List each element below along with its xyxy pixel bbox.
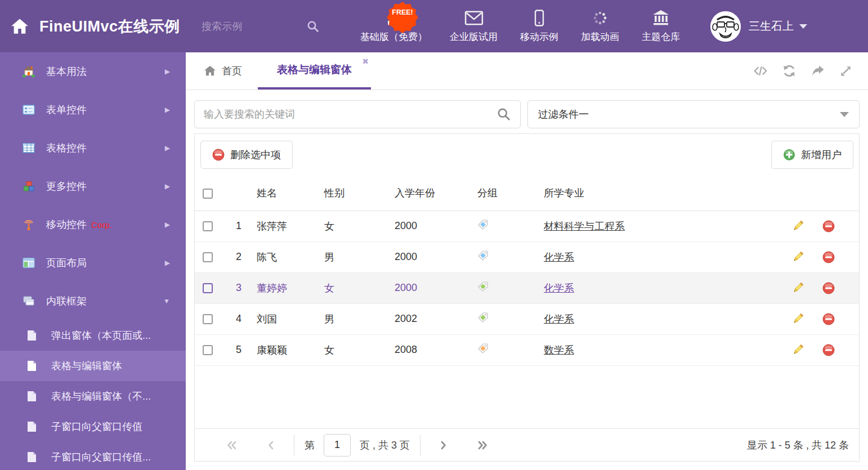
delete-row-icon[interactable] [822, 282, 835, 294]
sidebar-item-mobile-controls[interactable]: 移动控件 Corp. ▶ [0, 205, 186, 244]
table-row[interactable]: 2 陈飞 男 2000 化学系 [195, 241, 859, 272]
spinner-icon [592, 10, 609, 26]
major-link[interactable]: 数学系 [544, 344, 574, 356]
file-icon [27, 421, 37, 432]
envelope-icon [464, 10, 484, 26]
keyword-search-input[interactable] [204, 109, 496, 120]
chevron-right-icon: ▶ [165, 221, 170, 229]
sidebar-subitem-label: 子窗口向父窗口传值 [51, 420, 142, 433]
table-row[interactable]: 1 张萍萍 女 2000 材料科学与工程系 [195, 211, 859, 241]
delete-row-icon[interactable] [822, 220, 835, 232]
column-header-group[interactable]: 分组 [471, 176, 538, 211]
sidebar: 基本用法 ▶ 表单控件 ▶ 表格控件 ▶ 更多控件 ▶ [0, 52, 186, 470]
sidebar-subitem-grid-edit-window[interactable]: 表格与编辑窗体 [0, 351, 186, 381]
form-icon [23, 104, 35, 116]
major-link[interactable]: 化学系 [544, 314, 574, 325]
phone-icon [534, 10, 545, 26]
column-header-name[interactable]: 姓名 [251, 176, 319, 211]
house-icon [23, 65, 35, 78]
source-code-icon[interactable] [753, 65, 768, 77]
sidebar-subitem-child-to-parent-2[interactable]: 子窗口向父窗口传值... [0, 442, 186, 470]
edit-pencil-icon[interactable] [791, 220, 804, 232]
column-header-index [226, 176, 251, 211]
page-number-input[interactable] [324, 434, 351, 456]
row-index: 1 [226, 211, 251, 241]
sidebar-subitem-label: 子窗口向父窗口传值... [51, 450, 151, 464]
tab-bar: 首页 表格与编辑窗体 ✖ [186, 52, 868, 90]
sidebar-item-label: 表单控件 [46, 103, 87, 117]
column-header-gender[interactable]: 性别 [319, 176, 389, 211]
tab-grid-edit-window[interactable]: 表格与编辑窗体 ✖ [258, 52, 371, 89]
table-row-selected[interactable]: 3 董婷婷 女 2000 化学系 [195, 272, 859, 303]
edit-pencil-icon[interactable] [791, 250, 804, 263]
sidebar-item-grid-controls[interactable]: 表格控件 ▶ [0, 129, 186, 167]
chevron-right-icon: ▶ [165, 182, 170, 190]
search-icon[interactable] [496, 107, 511, 122]
sidebar-item-more-controls[interactable]: 更多控件 ▶ [0, 167, 186, 205]
delete-row-icon[interactable] [822, 251, 835, 263]
first-page-button[interactable] [212, 440, 252, 450]
edit-pencil-icon[interactable] [791, 281, 804, 294]
app-logo[interactable]: FineUIMvc在线示例 [0, 16, 186, 37]
cell-gender: 女 [319, 211, 389, 241]
nav-enterprise-trial[interactable]: 企业版试用 [450, 10, 498, 43]
cell-name: 康颖颖 [251, 334, 319, 365]
nav-theme-store[interactable]: 主题仓库 [642, 10, 680, 43]
table-row[interactable]: 4 刘国 男 2002 化学系 [195, 303, 859, 334]
select-all-checkbox[interactable] [203, 189, 213, 199]
tab-home[interactable]: 首页 [195, 52, 251, 89]
share-arrow-icon[interactable] [811, 65, 825, 77]
cell-gender: 女 [319, 334, 389, 365]
major-link[interactable]: 化学系 [544, 252, 574, 263]
page-content: 过滤条件一 删除选中项 [186, 90, 868, 470]
major-link[interactable]: 材料科学与工程系 [544, 221, 625, 232]
column-header-year[interactable]: 入学年份 [389, 176, 471, 211]
edit-pencil-icon[interactable] [791, 343, 804, 356]
avatar[interactable] [710, 11, 741, 42]
row-checkbox[interactable] [203, 221, 213, 231]
sidebar-subitem-child-to-parent[interactable]: 子窗口向父窗口传值 [0, 411, 186, 442]
row-checkbox[interactable] [203, 314, 213, 324]
main-area: 首页 表格与编辑窗体 ✖ [186, 52, 868, 470]
delete-row-icon[interactable] [822, 313, 835, 325]
column-header-major[interactable]: 所学专业 [538, 176, 775, 211]
user-name: 三生石上 [749, 19, 794, 34]
major-link[interactable]: 化学系 [544, 283, 574, 294]
sidebar-subitem-grid-edit-window-2[interactable]: 表格与编辑窗体（不... [0, 381, 186, 411]
sidebar-item-page-layout[interactable]: 页面布局 ▶ [0, 244, 186, 282]
refresh-icon[interactable] [782, 64, 796, 78]
filter-row: 过滤条件一 [194, 100, 860, 128]
user-menu[interactable]: 三生石上 [710, 11, 807, 42]
nav-mobile-demo[interactable]: 移动示例 [520, 10, 558, 43]
chevron-right-icon: ▶ [165, 259, 170, 267]
add-user-button[interactable]: 新增用户 [771, 141, 853, 169]
sidebar-item-form-controls[interactable]: 表单控件 ▶ [0, 91, 186, 129]
row-checkbox[interactable] [203, 345, 213, 355]
prev-page-button[interactable] [252, 440, 289, 450]
edit-pencil-icon[interactable] [791, 312, 804, 325]
minus-circle-icon [212, 149, 225, 161]
search-icon[interactable] [306, 20, 320, 33]
table-row[interactable]: 5 康颖颖 女 2008 数学系 [195, 334, 859, 365]
plus-circle-icon [783, 149, 795, 161]
expand-icon[interactable] [839, 65, 852, 78]
last-page-button[interactable] [462, 440, 503, 450]
delete-row-icon[interactable] [822, 344, 835, 356]
antenna-icon [23, 218, 35, 231]
nav-loading-animation[interactable]: 加载动画 [581, 10, 619, 43]
sidebar-item-basic-usage[interactable]: 基本用法 ▶ [0, 52, 186, 91]
row-checkbox[interactable] [203, 252, 213, 262]
keyword-search-box[interactable] [194, 100, 521, 128]
next-page-button[interactable] [425, 440, 462, 450]
close-icon[interactable]: ✖ [362, 57, 369, 66]
sidebar-subitem-popup-window[interactable]: 弹出窗体（本页面或... [0, 320, 186, 351]
file-icon [27, 391, 37, 402]
app-header: FineUIMvc在线示例 搜索示例 FREE! 基础版（免费） [0, 0, 868, 52]
sidebar-item-iframe[interactable]: 内联框架 ▼ [0, 282, 186, 320]
row-checkbox[interactable] [203, 283, 213, 293]
button-label: 新增用户 [801, 148, 842, 162]
filter-dropdown[interactable]: 过滤条件一 [527, 100, 860, 128]
home-icon [10, 17, 29, 36]
header-search[interactable]: 搜索示例 [202, 20, 320, 33]
delete-selected-button[interactable]: 删除选中项 [200, 141, 293, 169]
